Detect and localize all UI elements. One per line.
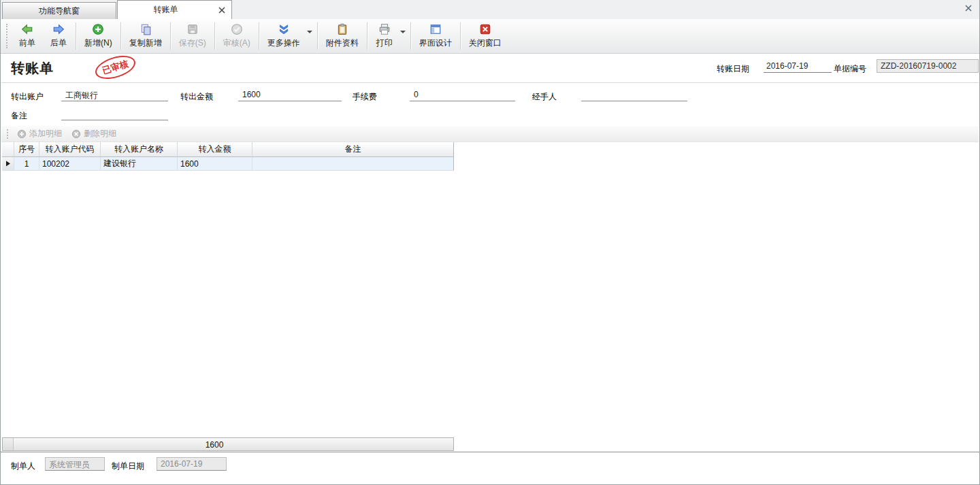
cell-remark[interactable]: [252, 157, 454, 171]
next-doc-label: 后单: [50, 37, 67, 49]
summary-selector-stub: [3, 438, 14, 450]
audit-label: 审核(A): [223, 37, 250, 49]
copy-icon: [140, 23, 152, 35]
current-row-indicator-icon: [5, 161, 11, 167]
add-detail-button[interactable]: 添加明细: [12, 128, 67, 139]
save-icon: [186, 23, 199, 35]
add-circle-icon: [17, 129, 27, 139]
maker-label: 制单人: [11, 461, 35, 472]
cell-account-code[interactable]: 100202: [39, 157, 101, 171]
close-window-label: 关闭窗口: [469, 37, 502, 49]
detail-toolbar: 添加明细 删除明细: [1, 126, 979, 142]
toolbar-separator: [460, 22, 461, 50]
copy-new-label: 复制新增: [129, 37, 162, 49]
tab-strip: 功能导航窗 转账单: [1, 0, 979, 19]
form-area: 转出账户 工商银行 转出金额 1600 手续费 0 经手人 备注: [1, 84, 979, 126]
more-operations-label: 更多操作: [267, 37, 300, 49]
out-account-label: 转出账户: [11, 91, 44, 103]
more-operations-dropdown[interactable]: [307, 19, 316, 53]
grid-header-selector: [2, 142, 14, 157]
make-date-field: 2016-07-19: [157, 457, 227, 471]
copy-new-button[interactable]: 复制新增: [122, 19, 169, 53]
prev-doc-label: 前单: [19, 37, 35, 49]
caret-down-icon: [400, 31, 406, 33]
footer-bar: 制单人 系统管理员 制单日期 2016-07-19: [1, 452, 979, 484]
grid-header-amount[interactable]: 转入金额: [178, 142, 252, 157]
more-operations-button[interactable]: 更多操作: [261, 19, 307, 53]
document-header: 转账单 已审核 转账日期 2016-07-19 单据编号 ZZD-2016071…: [1, 54, 979, 83]
toolbar-separator: [410, 22, 411, 50]
cell-account-name[interactable]: 建设银行: [101, 157, 178, 171]
arrow-left-icon: [21, 23, 33, 35]
grid-summary-bar: 1600: [2, 437, 454, 451]
tab-transfer-doc-label: 转账单: [154, 4, 178, 16]
out-amount-label: 转出金额: [180, 91, 213, 103]
audited-stamp: 已审核: [93, 52, 138, 84]
toolbar-separator: [317, 22, 318, 50]
add-detail-label: 添加明细: [29, 128, 62, 139]
clipboard-icon: [336, 23, 348, 35]
remove-detail-label: 删除明细: [84, 128, 116, 139]
close-box-icon: [479, 23, 491, 35]
caret-down-icon: [307, 31, 312, 33]
arrow-right-icon: [52, 23, 65, 35]
new-button[interactable]: 新增(N): [78, 19, 119, 53]
tab-navigation-label: 功能导航窗: [39, 5, 80, 17]
print-label: 打印: [376, 37, 393, 49]
print-button[interactable]: 打印: [369, 19, 400, 53]
out-account-field[interactable]: 工商银行: [61, 88, 168, 101]
remove-detail-button[interactable]: 删除明细: [67, 128, 121, 139]
table-row[interactable]: 1 100202 建设银行 1600: [2, 157, 454, 171]
handler-label: 经手人: [532, 91, 557, 103]
close-window-button[interactable]: 关闭窗口: [462, 19, 508, 53]
printer-icon: [378, 23, 391, 35]
grid-header-row: 序号 转入账户代码 转入账户名称 转入金额 备注: [2, 142, 454, 157]
ui-design-label: 界面设计: [419, 37, 452, 49]
save-label: 保存(S): [179, 37, 206, 49]
next-doc-button[interactable]: 后单: [43, 19, 74, 53]
ui-design-button[interactable]: 界面设计: [412, 19, 459, 53]
window-close-icon[interactable]: [964, 3, 973, 13]
maker-field: 系统管理员: [45, 457, 105, 471]
handler-field[interactable]: [581, 88, 687, 101]
tab-navigation[interactable]: 功能导航窗: [2, 2, 116, 19]
tab-close-icon[interactable]: [218, 6, 226, 14]
double-chevron-down-icon: [278, 23, 290, 35]
transfer-date-field[interactable]: 2016-07-19: [764, 60, 832, 73]
doc-number-field: ZZD-20160719-0002: [877, 59, 979, 73]
audit-button[interactable]: 审核(A): [216, 19, 257, 53]
remark-field[interactable]: [61, 107, 168, 120]
out-amount-field[interactable]: 1600: [238, 88, 342, 101]
page-title: 转账单: [11, 59, 54, 78]
toolbar-separator: [120, 22, 121, 50]
cell-seq[interactable]: 1: [14, 157, 39, 171]
audit-check-icon: [231, 23, 243, 35]
tab-transfer-doc[interactable]: 转账单: [117, 0, 232, 19]
app-window: 功能导航窗 转账单 前单 后单: [0, 0, 980, 485]
toolbar-separator: [214, 22, 215, 50]
toolbar-separator: [76, 22, 76, 50]
toolbar-separator: [367, 22, 368, 50]
amount-total: 1600: [177, 440, 252, 450]
cell-amount[interactable]: 1600: [178, 157, 252, 171]
plus-circle-icon: [92, 23, 104, 35]
window-layout-icon: [429, 23, 442, 35]
print-dropdown[interactable]: [400, 19, 409, 53]
grid-header-remark[interactable]: 备注: [252, 142, 454, 157]
grid-header-account-code[interactable]: 转入账户代码: [39, 142, 101, 157]
row-selector-cell[interactable]: [2, 157, 14, 171]
attachments-button[interactable]: 附件资料: [319, 19, 365, 53]
save-button[interactable]: 保存(S): [172, 19, 213, 53]
attachments-label: 附件资料: [326, 37, 359, 49]
grid-header-account-name[interactable]: 转入账户名称: [101, 142, 178, 157]
prev-doc-button[interactable]: 前单: [12, 19, 43, 53]
detail-toolbar-grip[interactable]: [7, 129, 10, 139]
detail-grid: 序号 转入账户代码 转入账户名称 转入金额 备注 1 100202 建设银行 1…: [2, 142, 454, 171]
toolbar-grip[interactable]: [6, 24, 9, 48]
doc-number-label: 单据编号: [834, 63, 866, 75]
remove-circle-icon: [71, 129, 81, 139]
new-label: 新增(N): [84, 37, 112, 49]
main-toolbar: 前单 后单 新增(N) 复制新增: [1, 19, 979, 54]
fee-field[interactable]: 0: [410, 88, 515, 101]
grid-header-seq[interactable]: 序号: [14, 142, 39, 157]
